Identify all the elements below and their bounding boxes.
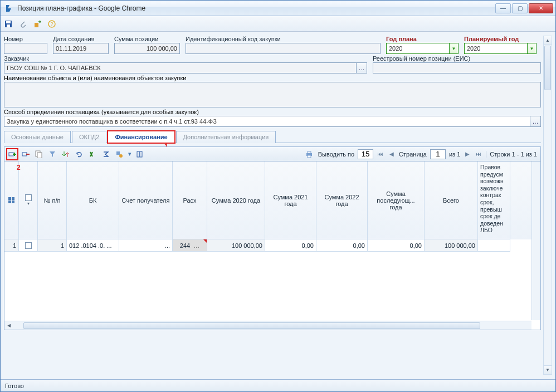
method-input[interactable] (4, 116, 530, 127)
save-icon[interactable] (4, 19, 13, 28)
columns-icon[interactable] (136, 150, 145, 159)
financing-grid: ▾ Выводить по ⏮ ◀ Страница из 1 ▶ (4, 146, 541, 330)
lookup-button[interactable]: … (356, 62, 367, 74)
row-checkbox-cell (19, 239, 38, 252)
method-label: Способ определения поставщика (указывает… (4, 109, 541, 115)
plannedyear-select[interactable]: 2020 ▼ (464, 43, 537, 54)
header-bk[interactable]: БК (67, 161, 119, 239)
tab-financing[interactable]: Финансирование (108, 131, 174, 143)
delete-row-icon[interactable] (21, 150, 30, 159)
header-select (4, 161, 19, 239)
export-icon[interactable] (33, 19, 42, 28)
tab-main-data[interactable]: Основные данные (4, 131, 71, 143)
app-icon (5, 4, 14, 13)
sum-label: Сумма позиции (114, 36, 180, 42)
cell-total: 100 000,00 (425, 239, 478, 252)
show-label: Выводить по (318, 151, 354, 158)
planyear-select[interactable]: 2020 ▼ (386, 43, 459, 54)
rows-info: Строки 1 - 1 из 1 (486, 151, 537, 158)
lookup-button[interactable]: … (530, 116, 541, 127)
cell-npp: 1 (38, 239, 67, 252)
created-input[interactable] (53, 43, 109, 54)
grid-icon[interactable] (8, 197, 15, 204)
header-ras[interactable]: Расх (173, 161, 207, 239)
sum-input[interactable] (114, 43, 180, 54)
cell-ras-value: 244 (180, 242, 190, 249)
cell-sum-2021: 0,00 (265, 239, 316, 252)
grid-vertical-scrollbar[interactable] (531, 161, 540, 320)
header-sum-post[interactable]: Сумма последующ... года (368, 161, 425, 239)
status-bar: Готово (1, 379, 555, 391)
grid-horizontal-scrollbar[interactable]: ◀ (4, 321, 531, 330)
ikz-input[interactable] (186, 43, 381, 54)
tab-okpd2[interactable]: ОКПД2 (72, 131, 106, 143)
settings-icon[interactable] (115, 150, 124, 159)
svg-rect-12 (37, 153, 42, 158)
annotation-2: 2 (17, 164, 21, 171)
next-page-button[interactable]: ▶ (464, 150, 471, 158)
header-acct[interactable]: Счет получателя (119, 161, 173, 239)
grid-toolbar: ▾ Выводить по ⏮ ◀ Страница из 1 ▶ (4, 147, 540, 161)
close-button[interactable]: ✕ (529, 3, 553, 13)
header-law[interactable]: Правов предусм возможн заключе контрак с… (478, 161, 510, 239)
registry-input[interactable] (373, 62, 541, 74)
minimize-button[interactable]: — (495, 3, 511, 13)
status-text: Готово (5, 383, 24, 389)
grid-body: 1 1 012 .0104 .0. ... ... 244 … 100 000,… (4, 239, 540, 252)
created-label: Дата создания (53, 36, 109, 42)
prev-page-button[interactable]: ◀ (388, 150, 396, 158)
header-sum-2021[interactable]: Сумма 2021 года (265, 161, 316, 239)
content-area: Номер Дата создания Сумма позиции Иденти… (1, 32, 555, 379)
page-label: Страница (399, 151, 427, 158)
attach-icon[interactable] (18, 19, 27, 28)
svg-rect-1 (6, 21, 11, 23)
main-toolbar: ? (1, 16, 555, 32)
svg-rect-9 (22, 153, 27, 156)
checkbox[interactable] (25, 194, 32, 201)
sort-icon[interactable] (61, 150, 70, 159)
cell-bk: 012 .0104 .0. ... (67, 239, 119, 252)
planyear-value: 2020 (389, 45, 402, 52)
window-title: Позиция плана-графика - Google Chrome (17, 4, 495, 12)
customer-input[interactable] (4, 62, 357, 74)
header-npp[interactable]: № п/п (38, 161, 67, 239)
header-sum-2020[interactable]: Сумма 2020 года (207, 161, 265, 239)
checkbox[interactable] (25, 242, 32, 249)
objname-textarea[interactable] (4, 82, 541, 107)
dropdown-arrow-icon[interactable]: ▾ (128, 150, 131, 158)
cell-sum-2022: 0,00 (316, 239, 368, 252)
sum-icon[interactable] (101, 150, 110, 159)
last-page-button[interactable]: ⏭ (475, 150, 482, 158)
header-total[interactable]: Всего (425, 161, 478, 239)
header-sum-2022[interactable]: Сумма 2022 года (316, 161, 368, 239)
cell-sum-post: 0,00 (368, 239, 425, 252)
help-icon[interactable]: ? (47, 19, 56, 28)
refresh-icon[interactable] (75, 150, 84, 159)
chevron-down-icon: ▼ (527, 43, 536, 53)
registry-label: Реестровый номер позиции (ЕИС) (373, 55, 541, 62)
tab-bar: Основные данные ОКПД2 Финансирование Доп… (4, 130, 541, 143)
excel-icon[interactable] (88, 150, 97, 159)
customer-label: Заказчик (4, 55, 367, 62)
cell-ras: 244 … (173, 239, 207, 252)
svg-point-14 (119, 154, 123, 158)
add-row-icon[interactable] (8, 150, 17, 159)
table-row[interactable]: 1 1 012 .0104 .0. ... ... 244 … 100 000,… (4, 239, 540, 252)
cell-acct: ... (119, 239, 173, 252)
page-input[interactable] (430, 149, 446, 159)
maximize-button[interactable]: ▢ (512, 3, 528, 13)
filter-icon[interactable] (48, 150, 57, 159)
main-scrollbar[interactable]: ▲ ▼ (543, 36, 552, 375)
objname-label: Наименование объекта и (или) наименовани… (4, 75, 541, 81)
tab-additional[interactable]: Дополнительная информация (176, 131, 276, 143)
first-page-button[interactable]: ⏮ (377, 150, 384, 158)
number-input[interactable] (4, 43, 47, 54)
pager: Выводить по ⏮ ◀ Страница из 1 ▶ ⏭ Строки… (318, 149, 537, 159)
svg-rect-6 (9, 153, 13, 156)
svg-rect-3 (35, 23, 38, 27)
titlebar: Позиция плана-графика - Google Chrome — … (1, 1, 555, 16)
cell-sum-2020: 100 000,00 (207, 239, 265, 252)
print-icon[interactable] (305, 150, 314, 159)
pagesize-input[interactable] (358, 149, 373, 159)
copy-icon[interactable] (35, 150, 43, 159)
